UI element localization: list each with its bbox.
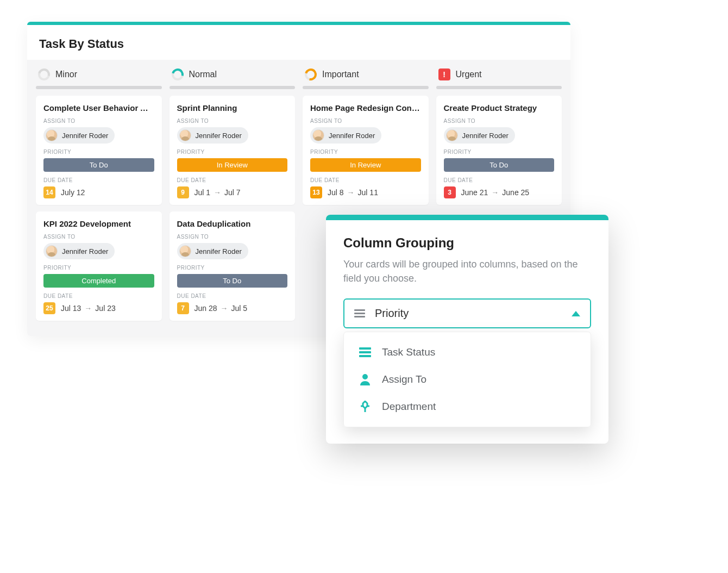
due-badge: 13: [310, 186, 322, 198]
assign-label: ASSIGN TO: [177, 118, 288, 124]
status-pill[interactable]: In Review: [310, 158, 421, 172]
assignee-name: Jennifer Roder: [196, 247, 242, 256]
avatar: [179, 245, 191, 257]
column-header: Normal: [170, 68, 296, 86]
status-pill[interactable]: In Review: [177, 158, 288, 172]
option-label: Department: [382, 401, 436, 413]
task-card[interactable]: Home Page Redesign Conce...ASSIGN TOJenn…: [303, 96, 429, 205]
column-underline: [36, 86, 162, 89]
column-underline: [303, 86, 429, 89]
due-start: June 21: [461, 188, 488, 197]
status-pill[interactable]: Completed: [43, 274, 154, 288]
priority-label: PRIORITY: [43, 265, 154, 271]
status-pill[interactable]: To Do: [177, 274, 288, 288]
arrow-icon: →: [84, 304, 92, 313]
status-pill[interactable]: To Do: [43, 158, 154, 172]
arrow-icon: →: [347, 188, 355, 197]
task-card[interactable]: Complete User Behavior An...ASSIGN TOJen…: [36, 96, 162, 205]
due-label: DUE DATE: [177, 177, 288, 183]
grouping-dropdown: Task StatusAssign ToDepartment: [343, 332, 591, 427]
column-name: Normal: [189, 70, 217, 79]
due-end: June 25: [502, 188, 529, 197]
due-row: 3June 21→June 25: [444, 186, 555, 198]
due-label: DUE DATE: [43, 177, 154, 183]
due-badge: 7: [177, 302, 189, 314]
task-card[interactable]: Data DeduplicationASSIGN TOJennifer Rode…: [170, 211, 296, 321]
priority-label: PRIORITY: [444, 149, 555, 155]
popup-description: Your cards will be grouped into columns,…: [343, 257, 591, 285]
due-end: Jul 5: [231, 304, 248, 313]
task-card[interactable]: Sprint PlanningASSIGN TOJennifer RoderPR…: [170, 96, 296, 205]
assign-label: ASSIGN TO: [310, 118, 421, 124]
grouping-selected-label: Priority: [375, 307, 562, 320]
popup-title: Column Grouping: [343, 235, 591, 251]
due-label: DUE DATE: [43, 293, 154, 299]
svg-rect-4: [359, 351, 371, 353]
assign-label: ASSIGN TO: [43, 234, 154, 240]
assign-label: ASSIGN TO: [177, 234, 288, 240]
assignee-name: Jennifer Roder: [196, 132, 242, 140]
dept-icon: [359, 401, 371, 413]
due-badge: 3: [444, 186, 456, 198]
grouping-option-task-status[interactable]: Task Status: [344, 339, 591, 366]
assign-label: ASSIGN TO: [43, 118, 154, 124]
assignee-chip[interactable]: Jennifer Roder: [43, 243, 115, 259]
due-start: Jul 13: [61, 304, 81, 313]
due-row: 25Jul 13→Jul 23: [43, 302, 154, 314]
assignee-chip[interactable]: Jennifer Roder: [444, 127, 515, 144]
priority-label: PRIORITY: [310, 149, 421, 155]
svg-rect-2: [354, 316, 365, 317]
avatar: [446, 129, 458, 141]
card-title: Sprint Planning: [177, 103, 288, 113]
arrow-icon: →: [491, 188, 499, 197]
due-badge: 25: [43, 302, 55, 314]
option-label: Assign To: [382, 373, 426, 385]
task-card[interactable]: KPI 2022 DevelopmentASSIGN TOJennifer Ro…: [36, 211, 162, 321]
due-text: July 12: [61, 188, 85, 197]
arrow-icon: →: [221, 304, 228, 313]
column-underline: [436, 86, 562, 89]
card-title: Create Product Strategy: [444, 103, 555, 113]
assignee-chip[interactable]: Jennifer Roder: [177, 243, 248, 259]
popup-accent-bar: [326, 215, 608, 220]
due-row: 7Jun 28→Jul 5: [177, 302, 288, 314]
task-card[interactable]: Create Product StrategyASSIGN TOJennifer…: [436, 96, 562, 205]
due-label: DUE DATE: [310, 177, 421, 183]
assignee-name: Jennifer Roder: [62, 132, 108, 140]
svg-point-6: [362, 374, 368, 379]
assignee-chip[interactable]: Jennifer Roder: [177, 127, 248, 144]
svg-rect-3: [359, 347, 371, 350]
column-minor: MinorComplete User Behavior An...ASSIGN …: [36, 68, 162, 327]
assignee-chip[interactable]: Jennifer Roder: [43, 127, 115, 144]
caret-up-icon: [572, 311, 580, 316]
assignee-chip[interactable]: Jennifer Roder: [310, 127, 381, 144]
due-start: Jul 8: [328, 188, 344, 197]
due-end: Jul 7: [224, 188, 241, 197]
due-start: Jul 1: [194, 188, 211, 197]
due-text: Jul 13→Jul 23: [61, 304, 116, 313]
column-name: Urgent: [456, 70, 482, 79]
due-text: Jun 28→Jul 5: [194, 304, 248, 313]
due-start: July 12: [61, 188, 85, 197]
board-title: Task By Status: [27, 25, 570, 60]
grouping-option-assign-to[interactable]: Assign To: [344, 366, 591, 393]
due-row: 14July 12: [43, 186, 154, 198]
assignee-name: Jennifer Roder: [462, 132, 509, 140]
card-title: Complete User Behavior An...: [43, 103, 154, 113]
assignee-name: Jennifer Roder: [329, 132, 375, 140]
grouping-option-department[interactable]: Department: [344, 393, 591, 420]
card-title: Data Deduplication: [177, 219, 288, 228]
priority-label: PRIORITY: [177, 149, 288, 155]
due-label: DUE DATE: [177, 293, 288, 299]
due-label: DUE DATE: [444, 177, 555, 183]
svg-rect-5: [359, 355, 371, 357]
person-icon: [359, 373, 371, 385]
grouping-select[interactable]: Priority: [343, 298, 591, 328]
column-name: Minor: [55, 70, 77, 79]
svg-rect-0: [354, 309, 365, 311]
due-row: 9Jul 1→Jul 7: [177, 186, 288, 198]
due-end: Jul 23: [95, 304, 115, 313]
column-name: Important: [322, 70, 359, 79]
status-pill[interactable]: To Do: [444, 158, 555, 172]
column-header: !Urgent: [436, 68, 562, 86]
